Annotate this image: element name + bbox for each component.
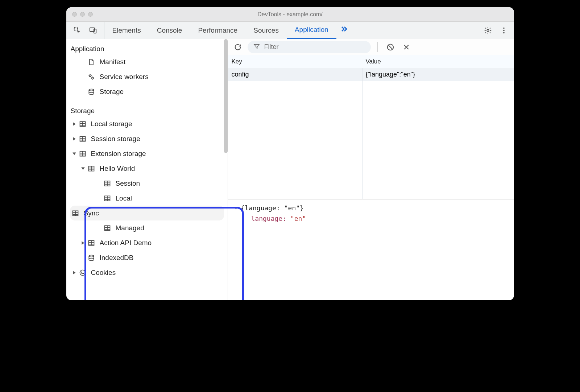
cell-key: config bbox=[228, 68, 362, 81]
value-preview: {language: "en"} language: "en" bbox=[228, 199, 514, 228]
zoom-dot[interactable] bbox=[88, 12, 93, 17]
table-icon bbox=[103, 194, 112, 203]
sidebar-item-extension-storage[interactable]: Extension storage bbox=[66, 146, 228, 161]
chevron-down-icon bbox=[71, 152, 78, 156]
sidebar-item-indexeddb[interactable]: IndexedDB bbox=[66, 250, 228, 265]
table-body: config {"language":"en"} bbox=[228, 68, 514, 199]
tree-label: Storage bbox=[100, 88, 124, 96]
chevron-right-icon bbox=[79, 241, 87, 245]
table-row[interactable]: config {"language":"en"} bbox=[228, 68, 514, 81]
sidebar-item-hello-world[interactable]: Hello World bbox=[66, 161, 228, 176]
section-application: Application bbox=[66, 42, 228, 54]
preview-property: language: "en" bbox=[234, 214, 508, 224]
file-icon bbox=[87, 57, 96, 67]
tree-label: IndexedDB bbox=[100, 254, 134, 262]
col-header-value[interactable]: Value bbox=[362, 55, 514, 68]
tree-label: Managed bbox=[116, 224, 144, 232]
preview-summary: {language: "en"} bbox=[241, 203, 304, 214]
svg-point-3 bbox=[487, 29, 489, 32]
table-icon bbox=[78, 119, 87, 129]
cell-value: {"language":"en"} bbox=[362, 68, 514, 81]
minimize-dot[interactable] bbox=[80, 12, 85, 17]
chevron-right-icon bbox=[71, 137, 78, 141]
tree-label: Service workers bbox=[100, 73, 149, 81]
svg-point-20 bbox=[80, 270, 85, 275]
svg-point-23 bbox=[82, 273, 82, 274]
svg-point-9 bbox=[89, 89, 94, 91]
col-header-key[interactable]: Key bbox=[228, 55, 362, 68]
chevron-down-icon bbox=[234, 203, 238, 214]
preview-prop-value: "en" bbox=[290, 215, 306, 222]
main-toolbar: Elements Console Performance Sources App… bbox=[66, 22, 514, 39]
divider bbox=[377, 42, 378, 52]
sidebar-item-ext-managed[interactable]: Managed bbox=[66, 220, 228, 235]
sidebar-item-action-api-demo[interactable]: Action API Demo bbox=[66, 235, 228, 250]
tab-console[interactable]: Console bbox=[149, 22, 190, 39]
sidebar-item-cookies[interactable]: Cookies bbox=[66, 265, 228, 280]
tree-label: Action API Demo bbox=[100, 239, 152, 247]
svg-point-5 bbox=[503, 30, 505, 31]
tree-label: Sync bbox=[84, 209, 99, 217]
titlebar: DevTools - example.com/ bbox=[66, 7, 514, 22]
table-icon bbox=[87, 164, 96, 173]
storage-action-bar bbox=[228, 39, 514, 55]
scrollbar[interactable] bbox=[224, 39, 228, 153]
storage-panel: Key Value config {"language":"en"} {lang… bbox=[228, 39, 514, 300]
svg-point-7 bbox=[89, 75, 91, 77]
settings-gear-icon[interactable] bbox=[481, 23, 495, 38]
sidebar-item-ext-local[interactable]: Local bbox=[66, 191, 228, 206]
sidebar-item-session-storage[interactable]: Session storage bbox=[66, 131, 228, 146]
section-storage: Storage bbox=[66, 104, 228, 116]
panel-tabs: Elements Console Performance Sources App… bbox=[104, 22, 478, 39]
tree-label: Local bbox=[116, 194, 132, 202]
inspect-element-icon[interactable] bbox=[70, 23, 84, 38]
cookie-icon bbox=[78, 268, 87, 277]
tab-sources[interactable]: Sources bbox=[245, 22, 287, 39]
sidebar-item-service-workers[interactable]: Service workers bbox=[66, 69, 228, 84]
close-dot[interactable] bbox=[72, 12, 77, 17]
tree-label: Cookies bbox=[91, 269, 116, 277]
database-icon bbox=[87, 253, 96, 263]
sidebar-item-local-storage[interactable]: Local storage bbox=[66, 116, 228, 131]
refresh-icon[interactable] bbox=[232, 41, 244, 53]
more-tabs-icon[interactable] bbox=[336, 22, 351, 36]
tree-label: Hello World bbox=[100, 165, 135, 173]
sidebar-item-manifest[interactable]: Manifest bbox=[66, 54, 228, 69]
database-icon bbox=[87, 87, 96, 96]
device-toggle-icon[interactable] bbox=[86, 23, 100, 38]
svg-point-6 bbox=[503, 32, 505, 33]
sidebar-item-storage[interactable]: Storage bbox=[66, 84, 228, 99]
gears-icon bbox=[87, 72, 96, 82]
table-icon bbox=[78, 134, 87, 144]
sidebar-item-ext-sync[interactable]: Sync bbox=[70, 206, 224, 220]
tree-label: Local storage bbox=[91, 120, 132, 128]
chevron-down-icon bbox=[79, 166, 87, 171]
clear-all-icon[interactable] bbox=[384, 41, 397, 53]
tab-performance[interactable]: Performance bbox=[190, 22, 245, 39]
tab-application[interactable]: Application bbox=[287, 22, 336, 39]
tree-label: Session storage bbox=[91, 135, 140, 143]
table-icon bbox=[71, 209, 80, 218]
filter-icon bbox=[253, 43, 260, 51]
tree-label: Extension storage bbox=[91, 150, 146, 158]
chevron-right-icon bbox=[71, 271, 78, 275]
sidebar-item-ext-session[interactable]: Session bbox=[66, 176, 228, 191]
column-separator[interactable] bbox=[362, 68, 362, 199]
filter-input[interactable] bbox=[264, 43, 365, 51]
table-icon bbox=[103, 223, 112, 233]
window-title: DevTools - example.com/ bbox=[257, 11, 323, 18]
svg-point-22 bbox=[83, 273, 83, 273]
application-sidebar: Application Manifest Service workers Sto… bbox=[66, 39, 228, 300]
svg-point-8 bbox=[91, 77, 93, 79]
tab-elements[interactable]: Elements bbox=[104, 22, 149, 39]
preview-summary-line[interactable]: {language: "en"} bbox=[234, 203, 508, 214]
traffic-lights[interactable] bbox=[72, 12, 93, 17]
table-header: Key Value bbox=[228, 55, 514, 68]
table-icon bbox=[103, 179, 112, 188]
devtools-window: DevTools - example.com/ Elements Console… bbox=[66, 7, 514, 300]
content-area: Application Manifest Service workers Sto… bbox=[66, 39, 514, 300]
kebab-menu-icon[interactable] bbox=[497, 23, 511, 38]
table-icon bbox=[78, 149, 87, 158]
filter-box[interactable] bbox=[248, 41, 371, 53]
delete-icon[interactable] bbox=[400, 41, 413, 53]
